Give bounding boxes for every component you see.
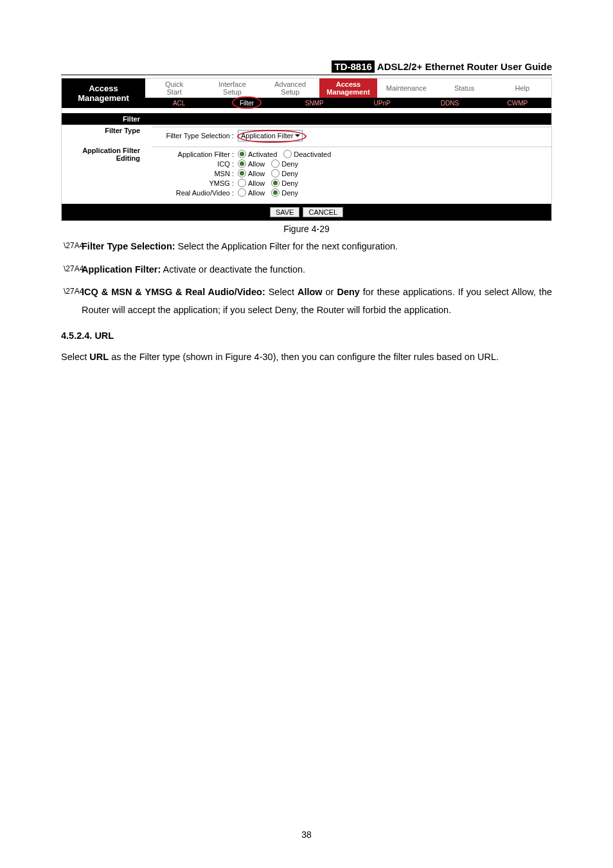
- rav-radio-allow[interactable]: [238, 188, 246, 197]
- bullet-text: Select the Application Filter for the ne…: [175, 241, 398, 251]
- icq-radio-deny[interactable]: [271, 159, 280, 168]
- document-header: TD-8816ADSL2/2+ Ethernet Router User Gui…: [61, 61, 552, 75]
- main-tabs: QuickStart InterfaceSetup AdvancedSetup …: [145, 78, 551, 98]
- tab-maintenance[interactable]: Maintenance: [377, 78, 435, 98]
- msn-label: MSN :: [152, 170, 234, 177]
- bullet-item: ICQ & MSN & YMSG & Real Audio/Video: Sel…: [61, 284, 552, 319]
- ymsg-radio-deny[interactable]: [271, 179, 280, 187]
- tab-help[interactable]: Help: [493, 78, 551, 98]
- ymsg-radio-allow[interactable]: [238, 179, 246, 187]
- deactivated-label: Deactivated: [294, 150, 331, 158]
- bullet-text: or: [323, 287, 337, 297]
- subtab-upnp[interactable]: UPnP: [348, 98, 416, 108]
- tab-access-management[interactable]: AccessManagement: [319, 78, 377, 98]
- rav-radio-deny[interactable]: [271, 188, 280, 197]
- msn-radio-deny[interactable]: [271, 169, 280, 177]
- tab-status[interactable]: Status: [435, 78, 493, 98]
- filter-type-selection-dropdown[interactable]: Application Filter: [238, 130, 303, 141]
- radio-deactivated[interactable]: [283, 150, 292, 158]
- application-filter-label: Application Filter :: [152, 150, 234, 158]
- subtab-ddns[interactable]: DDNS: [416, 98, 483, 108]
- subtab-acl[interactable]: ACL: [145, 98, 213, 108]
- bullet-bold: Deny: [337, 287, 359, 297]
- router-ui-screenshot: Access Management QuickStart InterfaceSe…: [61, 78, 552, 221]
- icq-allow-label: Allow: [248, 160, 265, 168]
- section-filter-type: Filter Type: [62, 125, 145, 145]
- bullet-bold: Allow: [298, 287, 323, 297]
- page-number: 38: [0, 829, 613, 840]
- msn-allow-label: Allow: [248, 170, 265, 177]
- subtab-snmp[interactable]: SNMP: [281, 98, 348, 108]
- cancel-button[interactable]: CANCEL: [303, 207, 343, 217]
- tab-quick-start[interactable]: QuickStart: [145, 78, 203, 98]
- paragraph-text: Select: [61, 352, 89, 362]
- rav-deny-label: Deny: [281, 189, 298, 197]
- button-row: SAVE CANCEL: [62, 204, 551, 221]
- sub-tabs: ACL Filter SNMP UPnP DDNS CWMP: [145, 98, 551, 108]
- activated-label: Activated: [248, 150, 277, 158]
- figure-caption: Figure 4-29: [61, 224, 552, 234]
- bullet-item: Filter Type Selection: Select the Applic…: [61, 238, 552, 256]
- paragraph-bold: URL: [89, 352, 109, 362]
- section-heading: 4.5.2.4. URL: [61, 330, 552, 341]
- router-section-title-l1: Access: [62, 84, 145, 93]
- msn-radio-allow[interactable]: [238, 169, 246, 177]
- ymsg-deny-label: Deny: [281, 179, 298, 187]
- bullet-leadin: Application Filter:: [82, 264, 161, 275]
- rav-allow-label: Allow: [248, 189, 265, 197]
- msn-deny-label: Deny: [281, 170, 298, 177]
- rav-label: Real Audio/Video :: [152, 189, 234, 197]
- model-badge: TD-8816: [332, 60, 374, 73]
- icq-radio-allow[interactable]: [238, 159, 246, 168]
- paragraph: Select URL as the Filter type (shown in …: [61, 348, 552, 366]
- section-app-filter-editing: Application Filter Editing: [62, 145, 145, 204]
- subtab-cwmp[interactable]: CWMP: [484, 98, 551, 108]
- section-filter: Filter: [62, 113, 145, 125]
- bullet-text: Select: [265, 287, 298, 297]
- radio-activated[interactable]: [238, 150, 246, 158]
- bullet-item: Application Filter: Activate or deactiva…: [61, 261, 552, 279]
- bullet-text: Activate or deactivate the function.: [161, 264, 305, 275]
- router-section-title-l2: Management: [62, 93, 145, 103]
- tab-advanced-setup[interactable]: AdvancedSetup: [262, 78, 319, 98]
- save-button[interactable]: SAVE: [270, 207, 300, 217]
- subtab-filter[interactable]: Filter: [213, 100, 280, 107]
- doc-title: ADSL2/2+ Ethernet Router User Guide: [375, 61, 552, 72]
- bullet-list: Filter Type Selection: Select the Applic…: [61, 238, 552, 319]
- paragraph-text: as the Filter type (shown in Figure 4-30…: [109, 352, 499, 362]
- bullet-leadin: Filter Type Selection:: [82, 241, 175, 251]
- router-section-title: Access Management: [62, 78, 145, 108]
- ymsg-allow-label: Allow: [248, 179, 265, 187]
- filter-type-selection-value: Application Filter: [241, 132, 293, 140]
- icq-label: ICQ :: [152, 160, 234, 168]
- filter-type-selection-label: Filter Type Selection :: [152, 132, 234, 140]
- ymsg-label: YMSG :: [152, 179, 234, 187]
- icq-deny-label: Deny: [281, 160, 298, 168]
- bullet-leadin: ICQ & MSN & YMSG & Real Audio/Video:: [82, 287, 265, 297]
- tab-interface-setup[interactable]: InterfaceSetup: [203, 78, 261, 98]
